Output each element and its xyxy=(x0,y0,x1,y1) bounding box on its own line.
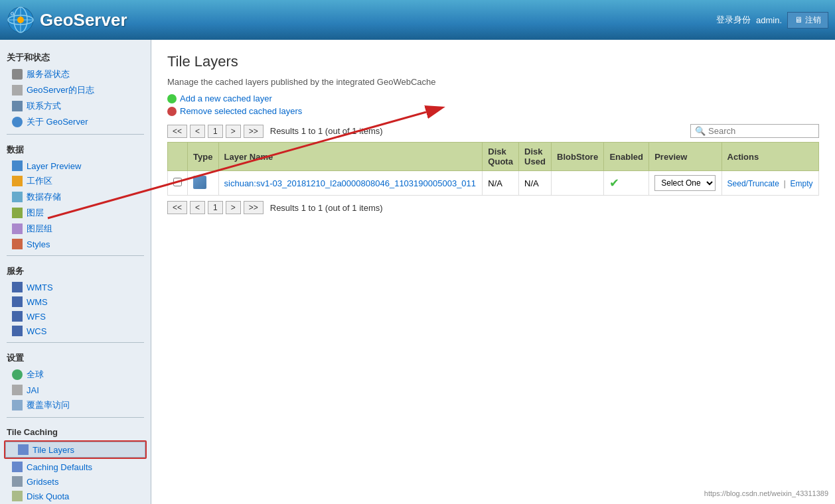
sidebar-item-coverage[interactable]: 覆盖率访问 xyxy=(0,397,151,413)
tile-layers-icon xyxy=(18,444,29,455)
divider-1 xyxy=(7,134,144,135)
page-title: Tile Layers xyxy=(167,53,819,70)
current-page-button-bottom[interactable]: 1 xyxy=(208,201,223,214)
sidebar: 关于和状态 服务器状态 GeoServer的日志 联系方式 关于 GeoServ… xyxy=(0,40,151,504)
section-about: 关于和状态 xyxy=(0,46,151,66)
layout: 关于和状态 服务器状态 GeoServer的日志 联系方式 关于 GeoServ… xyxy=(0,40,835,504)
row-blobstore-cell xyxy=(552,171,604,196)
section-tile-caching: Tile Caching xyxy=(0,422,151,440)
row-disk-used-cell: N/A xyxy=(519,171,552,196)
divider-4 xyxy=(7,417,144,418)
main-content: Tile Layers Manage the cached layers pub… xyxy=(151,40,835,504)
sidebar-label: WFS xyxy=(27,312,46,322)
row-checkbox-cell xyxy=(168,171,188,196)
remove-icon xyxy=(167,107,177,116)
col-checkbox xyxy=(168,143,188,171)
sidebar-item-layergroups[interactable]: 图层组 xyxy=(0,221,151,237)
sidebar-label: 工作区 xyxy=(27,175,52,187)
sidebar-item-tile-layers[interactable]: Tile Layers xyxy=(5,442,145,458)
sidebar-item-layer-preview[interactable]: Layer Preview xyxy=(0,158,151,173)
sidebar-item-workspace[interactable]: 工作区 xyxy=(0,173,151,189)
sidebar-item-wcs[interactable]: WCS xyxy=(0,324,151,338)
next-page-button[interactable]: > xyxy=(226,125,241,138)
geoserver-logo-icon: G xyxy=(7,6,35,34)
sidebar-label: WMTS xyxy=(27,283,53,292)
empty-link[interactable]: Empty xyxy=(790,179,812,188)
row-preview-cell: Select One xyxy=(649,171,721,196)
logo-area[interactable]: G GeoServer xyxy=(7,6,127,34)
type-grid-icon xyxy=(193,176,206,189)
sidebar-label: Layer Preview xyxy=(27,161,81,171)
sidebar-item-datastore[interactable]: 数据存储 xyxy=(0,189,151,205)
sidebar-item-jai[interactable]: JAI xyxy=(0,383,151,397)
sidebar-label: 覆盖率访问 xyxy=(27,399,70,411)
sidebar-label: WCS xyxy=(27,326,46,336)
remove-link-label: Remove selected cached layers xyxy=(180,106,302,116)
sidebar-item-contact[interactable]: 联系方式 xyxy=(0,98,151,114)
col-actions: Actions xyxy=(721,143,818,171)
next-page-button-bottom[interactable]: > xyxy=(226,201,241,214)
sidebar-item-disk-quota[interactable]: Disk Quota xyxy=(0,489,151,503)
sidebar-item-wfs[interactable]: WFS xyxy=(0,309,151,324)
search-input[interactable] xyxy=(708,126,814,136)
logout-label: 注销 xyxy=(805,15,821,26)
sidebar-label: WMS xyxy=(27,297,48,307)
coverage-icon xyxy=(12,400,23,410)
sidebar-item-wms[interactable]: WMS xyxy=(0,294,151,309)
logout-button[interactable]: 🖥 注销 xyxy=(787,12,828,29)
pagination-info-bottom: Results 1 to 1 (out of 1 items) xyxy=(270,203,383,213)
col-type: Type xyxy=(188,143,219,171)
search-icon: 🔍 xyxy=(695,126,706,136)
col-layer-name: Layer Name xyxy=(218,143,483,171)
sidebar-label: 服务器状态 xyxy=(27,68,70,80)
sidebar-label: 联系方式 xyxy=(27,100,61,112)
logout-icon: 🖥 xyxy=(795,15,802,25)
sidebar-item-layers[interactable]: 图层 xyxy=(0,205,151,221)
sidebar-label: GeoServer的日志 xyxy=(27,84,94,96)
col-blobstore: BlobStore xyxy=(552,143,604,171)
first-page-button[interactable]: << xyxy=(167,125,187,138)
sidebar-label: 图层组 xyxy=(27,223,52,235)
prev-page-button[interactable]: < xyxy=(190,125,205,138)
col-preview: Preview xyxy=(649,143,721,171)
add-cached-layer-link[interactable]: Add a new cached layer xyxy=(167,94,819,103)
sidebar-item-wmts[interactable]: WMTS xyxy=(0,280,151,294)
last-page-button[interactable]: >> xyxy=(244,125,264,138)
tile-layers-table: Type Layer Name DiskQuota DiskUsed BlobS… xyxy=(167,142,819,196)
wms-icon xyxy=(12,296,23,307)
watermark: https://blog.csdn.net/weixin_43311389 xyxy=(704,489,828,497)
wcs-icon xyxy=(12,326,23,336)
sidebar-item-about[interactable]: 关于 GeoServer xyxy=(0,114,151,130)
pagination-bottom: << < 1 > >> Results 1 to 1 (out of 1 ite… xyxy=(167,201,819,214)
sidebar-item-global[interactable]: 全球 xyxy=(0,367,151,383)
layergroup-icon xyxy=(12,223,23,234)
last-page-button-bottom[interactable]: >> xyxy=(244,201,264,214)
sidebar-item-styles[interactable]: Styles xyxy=(0,237,151,251)
prev-page-button-bottom[interactable]: < xyxy=(190,201,205,214)
sidebar-label: 关于 GeoServer xyxy=(27,116,88,128)
sidebar-item-server-status[interactable]: 服务器状态 xyxy=(0,66,151,82)
sidebar-item-gridsets[interactable]: Gridsets xyxy=(0,474,151,489)
sidebar-item-caching-defaults[interactable]: Caching Defaults xyxy=(0,460,151,474)
sidebar-label: Disk Quota xyxy=(27,491,69,501)
col-disk-used: DiskUsed xyxy=(519,143,552,171)
sidebar-label: JAI xyxy=(27,385,39,395)
row-checkbox[interactable] xyxy=(173,178,182,186)
seed-truncate-link[interactable]: Seed/Truncate xyxy=(727,179,779,188)
row-enabled-cell: ✔ xyxy=(604,171,649,196)
sidebar-label: Styles xyxy=(27,239,50,249)
layer-preview-icon xyxy=(12,160,23,171)
sidebar-item-log[interactable]: GeoServer的日志 xyxy=(0,82,151,98)
divider-2 xyxy=(7,255,144,256)
preview-select[interactable]: Select One xyxy=(654,175,716,191)
current-page-button[interactable]: 1 xyxy=(208,125,223,138)
gridsets-icon xyxy=(12,476,23,487)
info-icon xyxy=(12,117,23,127)
layer-name-link[interactable]: sichuan:sv1-03_20181210_l2a0000808046_11… xyxy=(224,178,477,188)
caching-defaults-icon xyxy=(12,462,23,472)
first-page-button-bottom[interactable]: << xyxy=(167,201,187,214)
row-disk-quota-cell: N/A xyxy=(483,171,519,196)
action-separator: | xyxy=(783,178,785,188)
remove-cached-layers-link[interactable]: Remove selected cached layers xyxy=(167,106,819,116)
log-icon xyxy=(12,85,23,95)
